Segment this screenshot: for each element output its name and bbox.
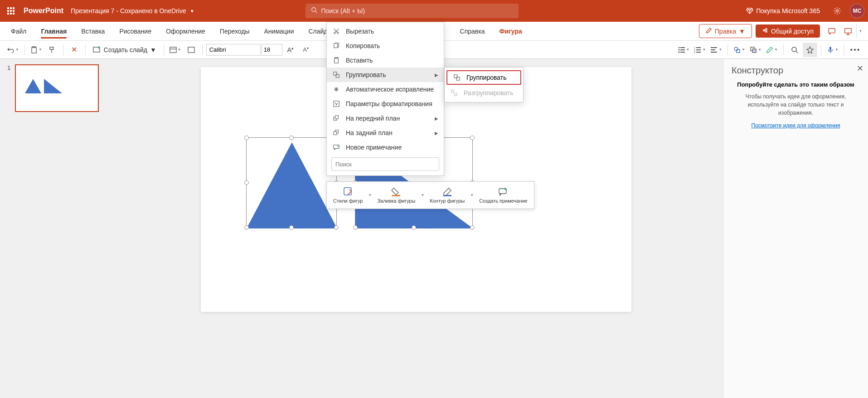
tab-file[interactable]: Файл	[4, 23, 34, 39]
shapes-button[interactable]: ▼	[732, 43, 747, 57]
chevron-down-icon[interactable]: ▼	[419, 193, 426, 197]
resize-handle[interactable]	[470, 136, 475, 140]
document-title[interactable]: Презентация 7 - Сохранено в OneDrive ▼	[71, 7, 194, 15]
copy-icon	[332, 42, 340, 50]
dictate-button[interactable]: ▼	[825, 43, 840, 57]
edit-label: Правка	[715, 28, 736, 35]
svg-line-40	[796, 51, 798, 53]
resize-handle[interactable]	[470, 225, 475, 230]
resize-handle[interactable]	[244, 136, 249, 140]
svg-rect-58	[455, 93, 457, 96]
decrease-font-button[interactable]: A▾	[299, 43, 313, 57]
tab-insert[interactable]: Вставка	[74, 23, 112, 39]
numbering-button[interactable]: 123▼	[692, 43, 708, 57]
menu-search-input[interactable]	[331, 157, 439, 171]
comment-icon	[332, 143, 340, 151]
mini-new-comment[interactable]: Создать примечание	[475, 184, 531, 206]
bullets-button[interactable]: ▼	[676, 43, 692, 57]
reset-button[interactable]	[184, 43, 199, 57]
tab-help[interactable]: Справка	[453, 23, 492, 39]
designer-button[interactable]	[803, 43, 817, 57]
slide-thumbnail[interactable]: 1	[7, 64, 102, 112]
resize-handle[interactable]	[244, 225, 249, 230]
svg-rect-19	[188, 47, 194, 53]
user-avatar[interactable]: MC	[850, 4, 864, 18]
align-button[interactable]: ▼	[708, 43, 724, 57]
share-label: Общий доступ	[771, 28, 814, 35]
chevron-down-icon[interactable]: ▼	[366, 193, 373, 197]
share-button[interactable]: Общий доступ	[756, 24, 820, 38]
resize-handle[interactable]	[412, 225, 416, 230]
buy-premium-button[interactable]: Покупка Microsoft 365	[742, 4, 824, 18]
close-icon[interactable]: ✕	[857, 63, 863, 73]
font-size-select[interactable]	[262, 44, 282, 56]
group-icon	[453, 73, 461, 82]
resize-handle[interactable]	[334, 225, 339, 230]
format-painter-button[interactable]	[45, 43, 59, 57]
menu-group[interactable]: Группировать ▶	[327, 68, 444, 82]
menu-new-comment-label: Новое примечание	[346, 144, 402, 151]
svg-rect-25	[680, 52, 685, 53]
svg-rect-23	[680, 49, 685, 50]
selected-shape-1[interactable]	[246, 137, 337, 228]
comments-button[interactable]	[824, 24, 840, 39]
resize-handle[interactable]	[353, 225, 358, 230]
svg-rect-49	[334, 101, 339, 107]
resize-handle[interactable]	[244, 180, 249, 185]
tab-animations[interactable]: Анимации	[257, 23, 301, 39]
arrange-button[interactable]: ▼	[748, 43, 763, 57]
svg-rect-51	[335, 116, 338, 119]
tab-home[interactable]: Главная	[34, 23, 74, 39]
chevron-down-icon[interactable]: ▼	[468, 193, 475, 197]
svg-rect-29	[696, 49, 701, 50]
search-input[interactable]	[321, 7, 513, 15]
svg-rect-36	[737, 49, 740, 53]
mini-shape-styles[interactable]: Стили фигур	[330, 184, 366, 206]
menu-paste[interactable]: Вставить	[327, 53, 444, 68]
menu-format-options[interactable]: Параметры форматирования	[327, 97, 444, 111]
submenu-group[interactable]: Группировать	[446, 70, 521, 85]
present-chevron[interactable]: ▼	[856, 24, 864, 39]
present-button[interactable]	[840, 24, 856, 39]
tab-draw[interactable]: Рисование	[112, 23, 159, 39]
ungroup-icon	[450, 89, 458, 97]
tab-design[interactable]: Оформление	[159, 23, 213, 39]
layout-button[interactable]: ▼	[168, 43, 183, 57]
menu-autocorrect[interactable]: Автоматическое исправление	[327, 82, 444, 97]
resize-handle[interactable]	[289, 225, 294, 230]
mini-shape-fill[interactable]: Заливка фигуры	[373, 184, 419, 206]
undo-button[interactable]: ▼	[5, 43, 21, 57]
more-button[interactable]: •••	[848, 43, 863, 57]
mini-shape-outline[interactable]: Контур фигуры	[426, 184, 468, 206]
menu-new-comment[interactable]: Новое примечание	[327, 140, 444, 155]
delete-button[interactable]: ✕	[67, 43, 82, 57]
increase-font-button[interactable]: A▴	[283, 43, 298, 57]
doc-status-text: Сохранено в OneDrive	[120, 7, 186, 15]
app-launcher-icon[interactable]	[4, 4, 18, 18]
new-slide-label: Создать слайд	[104, 46, 147, 53]
tab-transitions[interactable]: Переходы	[213, 23, 257, 39]
fill-icon	[391, 186, 402, 197]
find-button[interactable]	[787, 43, 802, 57]
mini-toolbar: Стили фигур ▼ Заливка фигуры ▼ Контур фи…	[326, 181, 534, 209]
resize-handle[interactable]	[289, 136, 294, 140]
shape-styles-icon	[343, 186, 354, 197]
menu-copy[interactable]: Копировать	[327, 39, 444, 53]
format-icon	[332, 100, 340, 108]
tab-shape[interactable]: Фигура	[492, 23, 529, 39]
menu-send-back[interactable]: На задний план ▶	[327, 126, 444, 140]
font-select[interactable]	[206, 44, 261, 56]
menu-search-box[interactable]	[331, 157, 439, 171]
search-box[interactable]	[305, 4, 519, 18]
designer-ideas-link[interactable]: Посмотрите идеи для оформления	[732, 122, 860, 129]
new-slide-button[interactable]: Создать слайд ▼	[89, 43, 160, 57]
menu-cut[interactable]: Вырезать	[327, 24, 444, 39]
share-icon	[762, 27, 768, 35]
settings-icon[interactable]	[830, 4, 844, 18]
shape-styles-button[interactable]: ▼	[764, 43, 780, 57]
edit-mode-button[interactable]: Правка ▼	[699, 24, 752, 38]
menu-bring-front[interactable]: На передний план ▶	[327, 111, 444, 126]
paste-button[interactable]: ▼	[29, 43, 44, 57]
mini-shape-outline-label: Контур фигуры	[430, 198, 465, 204]
thumbnail-panel: 1	[0, 59, 109, 398]
